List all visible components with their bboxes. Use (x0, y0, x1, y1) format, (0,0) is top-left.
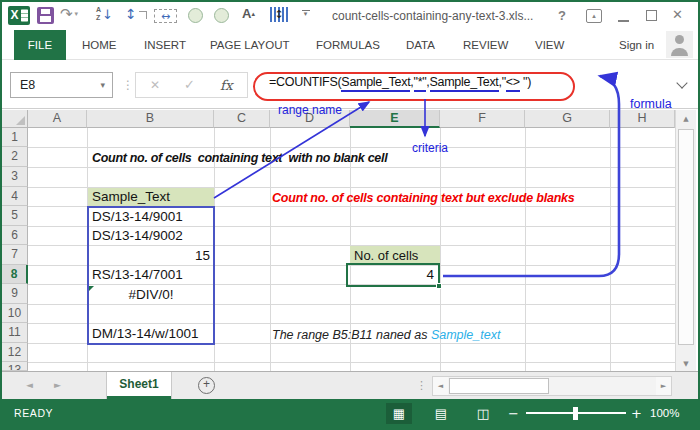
formula-highlight-oval (253, 72, 575, 101)
sheet-tab-sheet1[interactable]: Sheet1 (106, 372, 172, 399)
excel-logo-icon: X (8, 6, 30, 25)
row-header-13[interactable]: 13 (2, 362, 28, 371)
maximize-button[interactable] (646, 10, 657, 21)
error-indicator-icon (89, 286, 94, 291)
annotation-criteria: criteria (412, 141, 448, 155)
prev-sheet-icon[interactable]: ◄ (26, 380, 33, 390)
scroll-right-icon[interactable]: ► (656, 377, 671, 395)
sort-az-icon[interactable]: AZ ↓ (96, 6, 113, 22)
select-all-triangle-icon (16, 116, 25, 125)
page-layout-view-icon[interactable]: ▤ (428, 403, 454, 424)
cell-B2[interactable]: Count no. of cells containing text with … (92, 150, 387, 167)
row-header-3[interactable]: 3 (2, 167, 28, 187)
tab-page-layout[interactable]: PAGE LAYOUT (210, 30, 289, 60)
new-sheet-button[interactable]: + (198, 377, 215, 394)
formula-bar-separator: ⋮ (122, 78, 134, 92)
active-cell-E8[interactable]: 4 (346, 263, 440, 287)
status-bar: READY ▦ ▤ ◫ − + 100% (2, 399, 698, 428)
row-header-5[interactable]: 5 (2, 206, 28, 226)
row-header-6[interactable]: 6 (2, 226, 28, 245)
cell-D4-note[interactable]: Count no. of cells containing text but e… (272, 189, 575, 207)
tab-file[interactable]: FILE (14, 30, 66, 60)
scroll-down-icon[interactable]: ▼ (676, 355, 696, 372)
minimize-button[interactable] (618, 20, 629, 22)
ribbon-tab-bar: FILE HOME INSERT PAGE LAYOUT FORMULAS DA… (2, 30, 698, 60)
zoom-out-button[interactable]: − (508, 399, 519, 428)
zoom-level[interactable]: 100% (650, 399, 679, 428)
insert-function-icon[interactable]: fx (220, 73, 233, 97)
formula-bar-expand-icon[interactable] (676, 77, 687, 88)
select-all-button[interactable] (2, 110, 28, 128)
row-header-8[interactable]: 8 (2, 265, 28, 284)
tab-bar-separator: ⋮ (416, 379, 427, 392)
tab-view[interactable]: VIEW (535, 30, 564, 60)
sheet-tab-bar: ◄ ► Sheet1 + ⋮ ◄ ► (2, 371, 698, 399)
status-mode: READY (14, 399, 53, 428)
tab-data[interactable]: DATA (406, 30, 435, 60)
close-button[interactable]: ✕ (672, 7, 683, 22)
row-header-9[interactable]: 9 (2, 284, 28, 304)
document-title: count-cells-containing-any-text-3.xls... (332, 9, 533, 23)
col-header-A[interactable]: A (28, 110, 87, 128)
cancel-icon[interactable]: ✕ (150, 73, 160, 97)
zoom-in-button[interactable]: + (631, 399, 642, 428)
user-avatar-icon[interactable] (666, 31, 693, 58)
help-button[interactable]: ? (558, 8, 566, 23)
name-box[interactable]: E8 ▾ (10, 72, 113, 98)
row-header-4[interactable]: 4 (2, 187, 28, 206)
cell-D11-note[interactable]: The range B5:B11 naned as Sample_text (272, 326, 500, 344)
excel-window: X ↷▾ AZ ↓ ↕ ↔ A▴ ↕ ▾ count-cells-contain… (0, 0, 700, 430)
oval-shape-icon[interactable] (188, 8, 203, 23)
increase-font-icon[interactable]: A▴ (242, 6, 255, 21)
col-header-B[interactable]: B (87, 110, 214, 128)
col-header-F[interactable]: F (440, 110, 525, 128)
qat-dropdown-icon[interactable]: ▾ (300, 10, 311, 17)
ribbon-options-icon[interactable]: ▴ (586, 9, 602, 23)
tab-review[interactable]: REVIEW (463, 30, 508, 60)
named-range-outline (87, 206, 215, 345)
column-lines-icon[interactable]: ↕ (270, 7, 288, 22)
range-name-link[interactable]: Sample_text (431, 328, 500, 342)
zoom-slider-thumb[interactable] (573, 407, 578, 420)
save-icon[interactable] (37, 7, 54, 24)
annotation-range-name: range name (278, 103, 342, 117)
column-width-icon[interactable]: ↔ (154, 9, 177, 23)
name-box-value: E8 (20, 73, 35, 97)
horizontal-scrollbar-thumb[interactable] (449, 378, 549, 394)
page-break-view-icon[interactable]: ◫ (470, 403, 496, 424)
oval-shape-icon-2[interactable] (214, 8, 229, 23)
normal-view-icon[interactable]: ▦ (386, 403, 412, 424)
row-height-icon[interactable]: ↕ (125, 6, 147, 22)
vertical-scrollbar-thumb[interactable] (678, 129, 694, 345)
redo-icon[interactable]: ↷▾ (60, 5, 78, 23)
formula-buttons: ✕ ✓ fx (135, 72, 248, 98)
sign-in-button[interactable]: Sign in (619, 30, 654, 60)
row-header-12[interactable]: 12 (2, 343, 28, 362)
name-box-dropdown-icon[interactable]: ▾ (100, 73, 105, 97)
col-header-G[interactable]: G (525, 110, 610, 128)
vertical-scrollbar[interactable]: ▲ ▼ (675, 110, 696, 373)
enter-icon[interactable]: ✓ (184, 73, 195, 97)
scroll-left-icon[interactable]: ◄ (433, 377, 448, 395)
tab-formulas[interactable]: FORMULAS (316, 30, 380, 60)
cell-B4[interactable]: Sample_Text (88, 188, 214, 206)
row-header-2[interactable]: 2 (2, 147, 28, 167)
tab-insert[interactable]: INSERT (144, 30, 186, 60)
row-header-11[interactable]: 11 (2, 323, 28, 343)
row-header-10[interactable]: 10 (2, 304, 28, 323)
title-bar: X ↷▾ AZ ↓ ↕ ↔ A▴ ↕ ▾ count-cells-contain… (2, 2, 698, 30)
horizontal-scrollbar[interactable]: ◄ ► (432, 376, 672, 396)
row-header-1[interactable]: 1 (2, 128, 28, 147)
tab-home[interactable]: HOME (82, 30, 117, 60)
fill-handle[interactable] (436, 283, 442, 289)
scroll-up-icon[interactable]: ▲ (676, 110, 696, 127)
next-sheet-icon[interactable]: ► (54, 380, 61, 390)
col-header-H[interactable]: H (610, 110, 675, 128)
col-header-C[interactable]: C (214, 110, 270, 128)
col-header-E[interactable]: E (350, 110, 440, 128)
annotation-formula: formula (630, 97, 672, 111)
cell-E8-value: 4 (426, 265, 434, 285)
row-header-7[interactable]: 7 (2, 245, 28, 265)
